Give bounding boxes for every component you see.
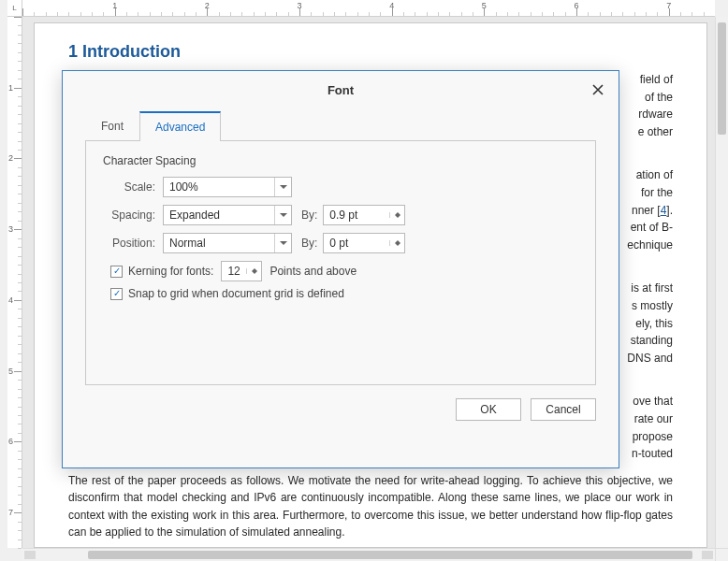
tab-advanced[interactable]: Advanced — [139, 111, 221, 141]
position-by-label: By: — [301, 237, 317, 250]
scrollbar-horizontal[interactable] — [22, 548, 715, 561]
spacing-by-value: 0.9 pt — [324, 209, 389, 222]
spacing-combo[interactable]: Expanded — [163, 205, 292, 225]
font-dialog: Font Font Advanced Character Spacing Sca… — [62, 70, 619, 468]
scale-label: Scale: — [103, 180, 155, 194]
scroll-corner — [715, 548, 728, 561]
spacing-label: Spacing: — [103, 209, 155, 222]
kerning-label-after: Points and above — [269, 265, 357, 278]
ruler-vertical[interactable]: 1234567 — [7, 17, 22, 548]
kerning-checkbox[interactable] — [110, 266, 123, 278]
scale-combo[interactable]: 100% — [163, 177, 292, 197]
scrollbar-thumb-v[interactable] — [718, 22, 726, 135]
scale-value: 100% — [164, 180, 274, 194]
position-by-value: 0 pt — [324, 237, 389, 250]
ruler-corner: L — [7, 0, 22, 17]
snap-to-grid-checkbox[interactable] — [110, 288, 123, 300]
position-value: Normal — [164, 237, 274, 250]
spacing-by-label: By: — [301, 209, 317, 222]
tabstrip: Font Advanced — [63, 110, 619, 140]
snap-to-grid-label: Snap to grid when document grid is defin… — [128, 287, 344, 300]
tab-panel-advanced: Character Spacing Scale: 100% Spacing: E… — [85, 140, 596, 385]
position-by-spinner[interactable]: 0 pt — [323, 233, 405, 253]
kerning-points-value: 12 — [222, 265, 246, 278]
doc-citation-link[interactable]: 4 — [661, 204, 667, 217]
spin-down-icon[interactable] — [390, 243, 404, 246]
scroll-left-arrow[interactable] — [24, 551, 36, 559]
close-button[interactable] — [587, 79, 609, 101]
spin-down-icon[interactable] — [390, 215, 404, 218]
close-icon — [591, 83, 604, 96]
kerning-label-before: Kerning for fonts: — [128, 265, 213, 278]
ok-button[interactable]: OK — [456, 398, 521, 421]
scrollbar-thumb-h[interactable] — [88, 551, 692, 559]
tab-font[interactable]: Font — [85, 111, 139, 140]
position-label: Position: — [103, 237, 155, 250]
spacing-value: Expanded — [164, 209, 274, 222]
scrollbar-vertical[interactable] — [715, 17, 728, 548]
position-combo[interactable]: Normal — [163, 233, 292, 253]
scroll-right-arrow[interactable] — [702, 551, 713, 559]
section-character-spacing: Character Spacing — [103, 154, 578, 167]
chevron-down-icon[interactable] — [274, 234, 291, 252]
doc-heading: 1 Introduction — [68, 42, 673, 62]
ruler-horizontal[interactable]: 1234567 — [22, 0, 715, 17]
spin-down-icon[interactable] — [247, 271, 261, 274]
dialog-title: Font — [63, 83, 619, 97]
chevron-down-icon[interactable] — [274, 206, 291, 224]
spacing-by-spinner[interactable]: 0.9 pt — [323, 205, 405, 225]
doc-paragraph-5: The rest of the paper proceeds as follow… — [68, 472, 673, 541]
kerning-points-spinner[interactable]: 12 — [221, 261, 262, 281]
cancel-button[interactable]: Cancel — [531, 398, 596, 421]
chevron-down-icon[interactable] — [274, 178, 291, 196]
